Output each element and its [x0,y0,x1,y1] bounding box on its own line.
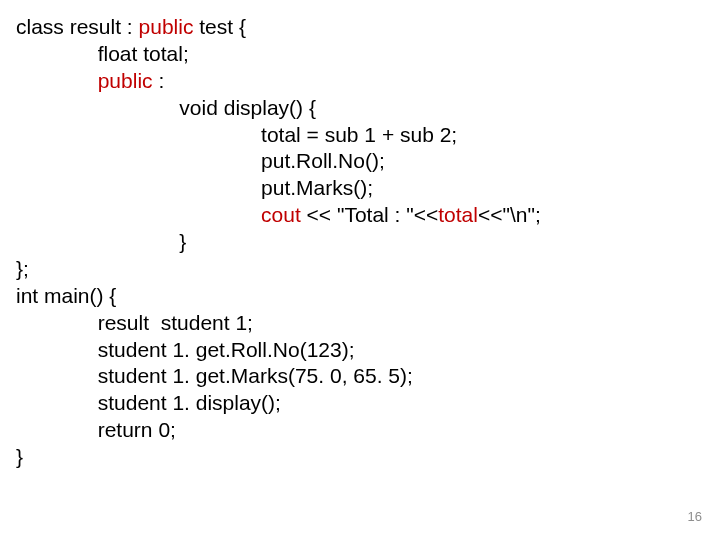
line-16: return 0; [16,418,176,441]
line-13: student 1. get.Roll.No(123); [16,338,355,361]
line-15: student 1. display(); [16,391,281,414]
line-10: }; [16,257,29,280]
page-number: 16 [688,509,702,526]
line-9: } [16,230,186,253]
kw-public-2: public [98,69,153,92]
line-3a [16,69,98,92]
line-7: put.Marks(); [16,176,373,199]
kw-cout: cout [261,203,301,226]
line-3c: : [153,69,165,92]
line-8a [16,203,261,226]
line-6: put.Roll.No(); [16,149,385,172]
line-14: student 1. get.Marks(75. 0, 65. 5); [16,364,413,387]
line-17: } [16,445,23,468]
kw-public-1: public [139,15,194,38]
line-12: result student 1; [16,311,253,334]
line-5: total = sub 1 + sub 2; [16,123,457,146]
line-8e: <<"\n"; [478,203,541,226]
line-1a: class result : [16,15,139,38]
line-4: void display() { [16,96,316,119]
line-8c: << "Total : "<< [301,203,439,226]
line-11: int main() { [16,284,116,307]
line-1c: test { [193,15,246,38]
kw-total: total [438,203,478,226]
code-block: class result : public test { float total… [0,0,720,471]
line-2: float total; [16,42,189,65]
